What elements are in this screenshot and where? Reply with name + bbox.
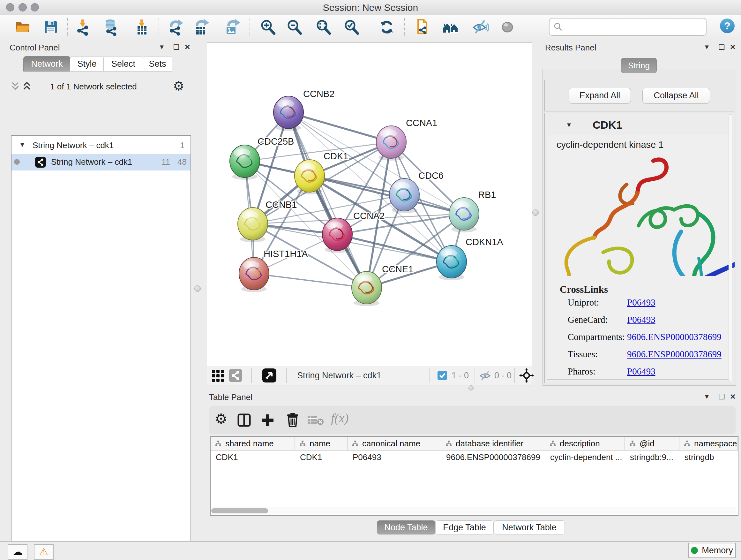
add-column-icon[interactable] — [261, 413, 275, 427]
hide-selection-button[interactable] — [472, 18, 489, 36]
graph-node-CDKN1A[interactable]: CDKN1A — [436, 237, 503, 280]
table-horizontal-scrollbar[interactable] — [211, 507, 737, 514]
warnings-button[interactable]: ⚠ — [34, 544, 54, 560]
homes-button[interactable] — [442, 18, 459, 36]
collapse-panel-icon[interactable]: ▼ — [704, 393, 710, 400]
table-cell[interactable]: 9606.ENSP00000378699 — [441, 450, 545, 464]
gene-collapse-icon[interactable]: ▼ — [566, 121, 572, 129]
right-splitter-handle[interactable] — [532, 209, 539, 216]
tab-sets[interactable]: Sets — [143, 56, 172, 71]
collapse-panel-icon[interactable]: ▼ — [704, 44, 710, 51]
import-database-icon — [103, 18, 120, 36]
table-cell[interactable]: stringdb — [679, 450, 738, 464]
network-options-gear-icon[interactable]: ⚙ — [173, 78, 185, 93]
zoom-selected-button[interactable] — [343, 18, 360, 36]
close-panel-icon[interactable]: ✕ — [185, 43, 190, 51]
float-panel-icon[interactable]: ❑ — [719, 393, 725, 401]
open-session-button[interactable] — [14, 18, 31, 36]
column-header-namespace[interactable]: namespace — [679, 437, 738, 450]
tab-string-results[interactable]: String — [621, 58, 657, 73]
table-cell[interactable]: stringdb:9... — [625, 450, 679, 464]
tab-node-table[interactable]: Node Table — [377, 520, 435, 535]
selected-checkbox-icon[interactable] — [437, 371, 447, 380]
expand-all-icon[interactable] — [22, 81, 31, 90]
delete-trash-icon[interactable] — [286, 413, 299, 427]
share-view-icon[interactable] — [229, 369, 242, 382]
zoom-in-button[interactable] — [259, 18, 277, 36]
string-network-graph[interactable]: CCNB2CCNA1CDC25BCDK1CDC6RB1CCNB1CCNA2CDK… — [207, 43, 532, 366]
tab-style[interactable]: Style — [70, 56, 104, 71]
network-collection-row[interactable]: ▼ String Network – cdk1 1 — [11, 137, 191, 154]
graph-node-HIST1H1A[interactable]: HIST1H1A — [239, 249, 308, 292]
crosslink-link[interactable]: P06493 — [627, 366, 656, 377]
crosslink-link[interactable]: P06493 — [627, 314, 656, 325]
tree-expand-icon[interactable]: ▼ — [19, 141, 25, 148]
table-cell[interactable]: CDK1 — [211, 450, 295, 464]
export-network-button[interactable] — [167, 18, 185, 36]
expand-all-button[interactable]: Expand All — [569, 88, 631, 104]
show-all-button[interactable] — [499, 18, 516, 36]
column-header-description[interactable]: description — [545, 437, 625, 450]
float-panel-icon[interactable]: ❑ — [173, 43, 180, 51]
graph-node-CCNA1[interactable]: CCNA1 — [376, 118, 437, 161]
table-settings-gear-icon[interactable]: ⚙ — [215, 411, 227, 427]
column-header-name[interactable]: name — [295, 437, 347, 450]
crosslink-link[interactable]: P06493 — [627, 297, 656, 308]
import-table-icon — [133, 18, 150, 36]
table-cell[interactable]: CDK1 — [295, 450, 347, 464]
import-table-button[interactable] — [133, 18, 150, 36]
close-panel-icon[interactable]: ✕ — [730, 393, 736, 401]
table-row[interactable]: CDK1CDK1P064939606.ENSP00000378699cyclin… — [211, 450, 738, 464]
zoom-out-button[interactable] — [286, 18, 303, 36]
column-header-database-identifier[interactable]: database identifier — [441, 437, 545, 450]
float-panel-icon[interactable]: ❑ — [719, 43, 725, 51]
save-session-button[interactable] — [42, 18, 59, 36]
collapse-panel-icon[interactable]: ▼ — [158, 44, 165, 51]
table-cell[interactable]: P06493 — [347, 450, 441, 464]
results-scrollbar[interactable] — [729, 114, 732, 382]
close-panel-icon[interactable]: ✕ — [730, 43, 736, 51]
vertical-splitter[interactable] — [189, 41, 189, 539]
crosslink-link[interactable]: 9606.ENSP00000378699 — [627, 332, 722, 342]
column-header--id[interactable]: @id — [625, 437, 679, 450]
vertical-splitter-handle[interactable] — [194, 286, 201, 292]
export-image-button[interactable] — [224, 18, 241, 36]
search-input[interactable] — [549, 18, 706, 36]
string-document-button[interactable] — [415, 18, 432, 36]
open-in-window-icon[interactable] — [262, 368, 276, 382]
graph-node-CCNB1[interactable]: CCNB1 — [238, 199, 297, 242]
network-canvas[interactable]: CCNB2CCNA1CDC25BCDK1CDC6RB1CCNB1CCNA2CDK… — [207, 43, 532, 366]
collapse-all-icon[interactable] — [11, 81, 20, 90]
graph-node-CCNB2[interactable]: CCNB2 — [273, 89, 334, 131]
tab-network-table[interactable]: Network Table — [494, 520, 565, 535]
crosslink-label: Compartments: — [568, 332, 625, 342]
export-table-button[interactable] — [193, 18, 210, 36]
memory-button[interactable]: Memory — [688, 543, 736, 558]
column-header-canonical-name[interactable]: canonical name — [347, 437, 441, 450]
help-button[interactable]: ? — [720, 18, 735, 33]
import-network-icon — [74, 18, 91, 36]
cloud-button[interactable]: ☁ — [8, 544, 27, 560]
show-columns-icon[interactable] — [237, 413, 251, 427]
refresh-button[interactable] — [378, 18, 395, 36]
import-database-button[interactable] — [103, 18, 120, 36]
graph-node-CDC25B[interactable]: CDC25B — [230, 136, 294, 180]
import-network-button[interactable] — [74, 18, 91, 36]
zoom-fit-button[interactable] — [315, 18, 332, 36]
graph-node-CCNE1[interactable]: CCNE1 — [352, 264, 413, 306]
fit-content-crosshair-icon[interactable] — [519, 368, 534, 383]
collapse-all-button[interactable]: Collapse All — [643, 88, 710, 104]
horizontal-splitter-handle[interactable] — [468, 385, 474, 390]
table-cell[interactable]: cyclin-dependent ... — [545, 450, 625, 464]
birdseye-grid-icon[interactable] — [212, 369, 224, 382]
tab-network[interactable]: Network — [23, 56, 71, 71]
tab-select[interactable]: Select — [104, 56, 143, 71]
scrollbar-thumb[interactable] — [211, 508, 268, 513]
toolbar-separator — [404, 18, 405, 36]
tab-edge-table[interactable]: Edge Table — [435, 520, 494, 535]
graph-node-RB1[interactable]: RB1 — [449, 190, 496, 233]
crosslink-link[interactable]: 9606.ENSP00000378699 — [627, 349, 722, 360]
column-header-shared-name[interactable]: shared name — [211, 437, 295, 450]
network-row-selected[interactable]: String Network – cdk1 11 48 — [11, 154, 191, 171]
crosslink-row: Tissues:9606.ENSP00000378699 — [568, 349, 727, 360]
